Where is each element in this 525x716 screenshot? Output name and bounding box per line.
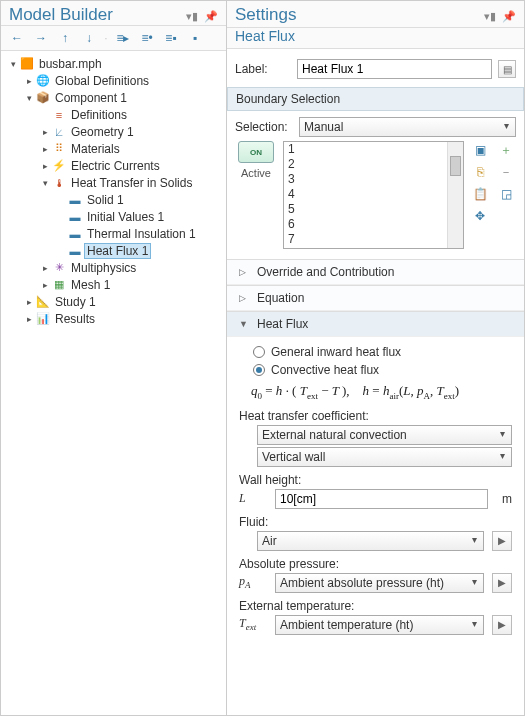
expand-closed-icon[interactable]: ▸ <box>23 314 35 324</box>
expand-open-icon[interactable]: ▾ <box>39 178 51 188</box>
tree-node[interactable]: ▸📊Results <box>3 310 224 327</box>
nav-up-button[interactable]: ↑ <box>55 29 75 47</box>
node-icon: ⠿ <box>51 142 67 156</box>
nav-back-button[interactable]: ← <box>7 29 27 47</box>
general-flux-label: General inward heat flux <box>271 345 401 359</box>
node-label: Materials <box>69 142 122 156</box>
expand-closed-icon[interactable]: ▸ <box>39 161 51 171</box>
htc-type-dropdown[interactable]: External natural convection <box>257 425 512 445</box>
panel-pin-icon[interactable]: 📌 <box>204 10 218 23</box>
show-button[interactable]: ≡▪ <box>161 29 181 47</box>
node-icon: ▬ <box>67 244 83 258</box>
copy-button[interactable]: ⎘ <box>470 163 490 181</box>
label-goto-button[interactable]: ▤ <box>498 60 516 78</box>
nav-down-button[interactable]: ↓ <box>79 29 99 47</box>
tree-node[interactable]: ▾📦Component 1 <box>3 89 224 106</box>
expand-closed-icon[interactable]: ▸ <box>39 280 51 290</box>
view-button[interactable]: ▪ <box>185 29 205 47</box>
node-icon: ▦ <box>51 278 67 292</box>
expand-open-icon[interactable]: ▾ <box>23 93 35 103</box>
boundary-list-item[interactable]: 6 <box>284 217 463 232</box>
tree-node[interactable]: ≡Definitions <box>3 106 224 123</box>
model-tree[interactable]: ▾🟧busbar.mph▸🌐Global Definitions▾📦Compon… <box>1 51 226 715</box>
expand-closed-icon[interactable]: ▸ <box>39 144 51 154</box>
remove-button[interactable]: － <box>496 163 516 181</box>
node-label: Geometry 1 <box>69 125 136 139</box>
fluid-goto-button[interactable]: ▶ <box>492 531 512 551</box>
wall-height-label: Wall height: <box>239 473 512 487</box>
boundary-list-item[interactable]: 4 <box>284 187 463 202</box>
ext-temp-dropdown[interactable]: Ambient temperature (ht) <box>275 615 484 635</box>
tree-node[interactable]: ▸🌐Global Definitions <box>3 72 224 89</box>
heatflux-section-header[interactable]: ▼ Heat Flux <box>227 312 524 337</box>
tree-node[interactable]: ▸⟀Geometry 1 <box>3 123 224 140</box>
radio-checked-icon <box>253 364 265 376</box>
boundary-list-item[interactable]: 7 <box>284 232 463 247</box>
node-icon: ≡ <box>51 108 67 122</box>
htc-geom-dropdown[interactable]: Vertical wall <box>257 447 512 467</box>
tree-node[interactable]: ▬Heat Flux 1 <box>3 242 224 259</box>
boundary-list-item[interactable]: 5 <box>284 202 463 217</box>
equation-section-header[interactable]: ▷ Equation <box>227 286 524 311</box>
selection-dropdown[interactable]: Manual <box>299 117 516 137</box>
add-button[interactable]: ＋ <box>496 141 516 159</box>
label-input[interactable] <box>297 59 492 79</box>
settings-panel: Settings ▾▮ 📌 Heat Flux Label: ▤ Boundar… <box>227 1 524 715</box>
nav-fwd-button[interactable]: → <box>31 29 51 47</box>
convective-flux-label: Convective heat flux <box>271 363 379 377</box>
general-flux-option[interactable]: General inward heat flux <box>253 345 512 359</box>
select-box-button[interactable]: ✥ <box>470 207 490 225</box>
expand-closed-icon[interactable]: ▸ <box>23 297 35 307</box>
node-label: Definitions <box>69 108 129 122</box>
abs-pressure-label: Absolute pressure: <box>239 557 512 571</box>
boundary-list-item[interactable]: 3 <box>284 172 463 187</box>
tree-node[interactable]: ▸⠿Materials <box>3 140 224 157</box>
panel-menu-icon[interactable]: ▾▮ <box>186 10 198 23</box>
tree-node[interactable]: ▸✳Multiphysics <box>3 259 224 276</box>
scrollbar-thumb[interactable] <box>450 156 461 176</box>
listbox-scrollbar[interactable] <box>447 142 463 248</box>
settings-header-controls: ▾▮ 📌 <box>484 10 516 23</box>
expand-closed-icon[interactable]: ▸ <box>39 127 51 137</box>
node-label: Multiphysics <box>69 261 138 275</box>
equation-section: ▷ Equation <box>227 285 524 311</box>
abs-pressure-goto-button[interactable]: ▶ <box>492 573 512 593</box>
boundary-listbox[interactable]: 12345678 (not applicable) <box>283 141 464 249</box>
model-builder-title: Model Builder <box>9 5 113 25</box>
tree-node[interactable]: ▸📐Study 1 <box>3 293 224 310</box>
node-label: Component 1 <box>53 91 129 105</box>
chevron-down-icon: ▼ <box>239 319 249 329</box>
tree-node[interactable]: ▾🟧busbar.mph <box>3 55 224 72</box>
zoom-selection-button[interactable]: ▣ <box>470 141 490 159</box>
expand-closed-icon[interactable]: ▸ <box>23 76 35 86</box>
tree-node[interactable]: ▬Solid 1 <box>3 191 224 208</box>
wall-height-input[interactable] <box>275 489 488 509</box>
boundary-list-item[interactable]: 1 <box>284 142 463 157</box>
panel-pin-icon[interactable]: 📌 <box>502 10 516 23</box>
expand-closed-icon[interactable]: ▸ <box>39 263 51 273</box>
boundary-selection-area: ON Active 12345678 (not applicable) ▣ ⎘ … <box>235 141 516 249</box>
tree-node[interactable]: ▾🌡Heat Transfer in Solids <box>3 174 224 191</box>
boundary-list-item[interactable]: 8 (not applicable) <box>284 247 463 249</box>
active-toggle[interactable]: ON <box>238 141 274 163</box>
tree-node[interactable]: ▬Thermal Insulation 1 <box>3 225 224 242</box>
tree-node[interactable]: ▸⚡Electric Currents <box>3 157 224 174</box>
tree-node[interactable]: ▬Initial Values 1 <box>3 208 224 225</box>
toggle-button[interactable]: ◲ <box>496 185 516 203</box>
panel-menu-icon[interactable]: ▾▮ <box>484 10 496 23</box>
convective-flux-option[interactable]: Convective heat flux <box>253 363 512 377</box>
abs-pressure-dropdown[interactable]: Ambient absolute pressure (ht) <box>275 573 484 593</box>
ext-temp-goto-button[interactable]: ▶ <box>492 615 512 635</box>
collapse-button[interactable]: ≡• <box>137 29 157 47</box>
override-section-header[interactable]: ▷ Override and Contribution <box>227 260 524 285</box>
expand-button[interactable]: ≡▸ <box>113 29 133 47</box>
node-label: Heat Transfer in Solids <box>69 176 194 190</box>
boundary-list-item[interactable]: 2 <box>284 157 463 172</box>
active-toggle-area: ON Active <box>235 141 277 249</box>
fluid-dropdown[interactable]: Air <box>257 531 484 551</box>
settings-title: Settings <box>235 5 296 25</box>
radio-icon <box>253 346 265 358</box>
paste-button[interactable]: 📋 <box>470 185 490 203</box>
tree-node[interactable]: ▸▦Mesh 1 <box>3 276 224 293</box>
expand-open-icon[interactable]: ▾ <box>7 59 19 69</box>
